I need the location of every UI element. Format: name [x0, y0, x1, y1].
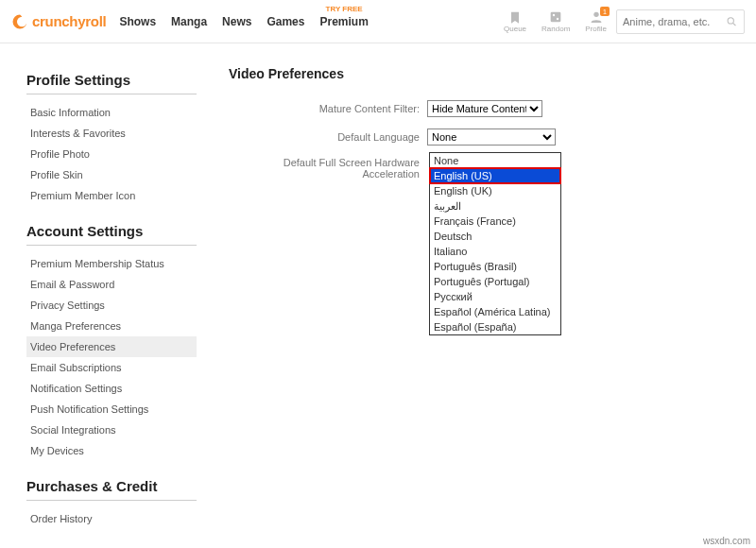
language-option[interactable]: العربية: [430, 198, 560, 214]
svg-line-5: [733, 23, 736, 26]
sidebar-item[interactable]: Profile Photo: [26, 144, 197, 164]
sidebar-list-account: Premium Membership StatusEmail & Passwor…: [26, 253, 197, 461]
nav-games[interactable]: Games: [266, 15, 304, 28]
sidebar-heading-purchases: Purchases & Credit: [26, 478, 197, 501]
search-box[interactable]: [616, 9, 745, 34]
sidebar-item[interactable]: Premium Membership Status: [26, 253, 197, 274]
random-label: Random: [541, 25, 570, 33]
random-icon: [548, 9, 563, 25]
queue-button[interactable]: Queue: [504, 9, 526, 33]
profile-button[interactable]: 1 Profile: [585, 9, 607, 33]
tryfree-badge: TRY FREE: [326, 5, 363, 13]
page-title: Video Preferences: [229, 66, 745, 81]
top-bar: crunchyroll Shows Manga News Games TRY F…: [0, 0, 756, 43]
nav-manga[interactable]: Manga: [171, 15, 207, 28]
sidebar-item[interactable]: Basic Information: [26, 102, 197, 123]
sidebar-item[interactable]: Push Notification Settings: [26, 399, 197, 420]
sidebar-item[interactable]: Profile Skin: [26, 164, 197, 185]
nav-news[interactable]: News: [222, 15, 251, 28]
sidebar-item[interactable]: Email & Password: [26, 274, 197, 295]
sidebar-list-purchases: Order History: [26, 508, 197, 529]
svg-point-2: [557, 18, 558, 20]
sidebar-item[interactable]: Interests & Favorites: [26, 123, 197, 144]
logo-icon: [11, 13, 28, 30]
language-option[interactable]: Português (Portugal): [430, 274, 560, 289]
language-option[interactable]: English (UK): [430, 183, 560, 198]
random-button[interactable]: Random: [541, 9, 570, 33]
nav-premium-label: Premium: [319, 15, 368, 28]
sidebar-item[interactable]: My Devices: [26, 440, 197, 461]
label-mature: Mature Content Filter:: [229, 103, 427, 114]
bookmark-icon: [507, 9, 523, 25]
sidebar-item[interactable]: Premium Member Icon: [26, 185, 197, 206]
language-option[interactable]: English (US): [430, 168, 560, 183]
queue-label: Queue: [504, 25, 526, 33]
language-option[interactable]: Español (América Latina): [430, 304, 560, 319]
sidebar-item[interactable]: Manga Preferences: [26, 316, 197, 336]
language-select[interactable]: None: [427, 128, 556, 146]
svg-point-4: [729, 17, 734, 23]
language-dropdown: NoneEnglish (US)English (UK)العربيةFranç…: [429, 152, 561, 335]
brand-name: crunchyroll: [32, 13, 106, 29]
watermark: wsxdn.com: [703, 536, 750, 546]
sidebar-item[interactable]: Social Integrations: [26, 420, 197, 440]
label-hw: Default Full Screen Hardware Acceleratio…: [229, 157, 427, 180]
label-lang: Default Language: [229, 131, 427, 143]
nav-shows[interactable]: Shows: [119, 15, 156, 28]
notification-badge: 1: [600, 7, 610, 16]
nav-premium[interactable]: TRY FREE Premium: [319, 15, 368, 28]
sidebar-item[interactable]: Privacy Settings: [26, 295, 197, 316]
language-option[interactable]: Italiano: [430, 244, 560, 259]
svg-point-1: [553, 14, 555, 16]
search-input[interactable]: [623, 16, 726, 27]
sidebar-list-profile: Basic InformationInterests & FavoritesPr…: [26, 102, 197, 206]
main-nav: Shows Manga News Games TRY FREE Premium: [119, 15, 368, 28]
search-icon: [726, 15, 738, 28]
top-icons: Queue Random 1 Profile: [504, 9, 607, 33]
svg-rect-0: [551, 12, 561, 23]
language-option[interactable]: Русский: [430, 289, 560, 304]
profile-label: Profile: [585, 25, 607, 33]
sidebar-item[interactable]: Email Subscriptions: [26, 357, 197, 378]
language-option[interactable]: Español (España): [430, 319, 560, 334]
sidebar-item[interactable]: Notification Settings: [26, 378, 197, 399]
svg-point-3: [593, 12, 598, 17]
language-option[interactable]: Português (Brasil): [430, 259, 560, 274]
sidebar: Profile Settings Basic InformationIntere…: [26, 66, 197, 529]
sidebar-heading-profile: Profile Settings: [26, 72, 197, 94]
language-option[interactable]: Français (France): [430, 214, 560, 229]
sidebar-item[interactable]: Video Preferences: [26, 336, 197, 357]
language-option[interactable]: Deutsch: [430, 229, 560, 244]
language-option[interactable]: None: [430, 153, 560, 168]
sidebar-heading-account: Account Settings: [26, 223, 197, 246]
mature-select[interactable]: Hide Mature Content: [427, 100, 542, 117]
sidebar-item[interactable]: Order History: [26, 508, 197, 529]
brand-logo[interactable]: crunchyroll: [11, 13, 106, 30]
